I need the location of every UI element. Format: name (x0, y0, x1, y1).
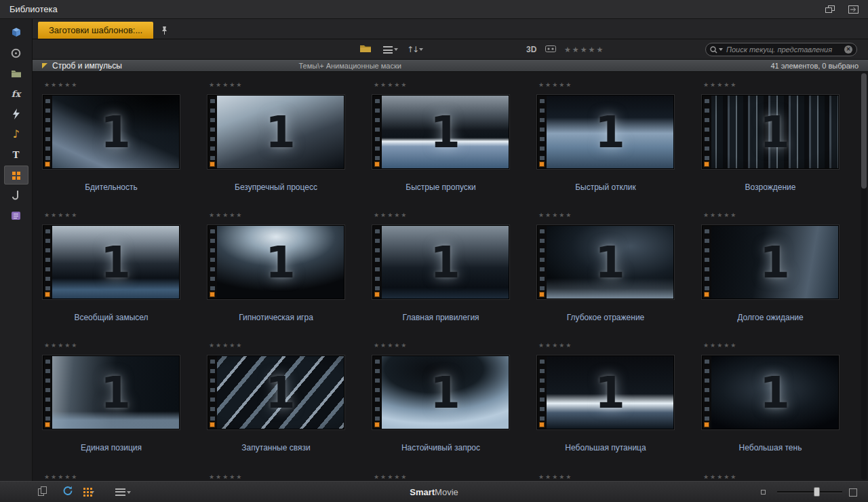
zoom-in-icon[interactable] (849, 488, 857, 497)
detail-view-button[interactable] (383, 46, 398, 54)
filter-3d-button[interactable]: 3D (526, 45, 536, 54)
template-badge-icon (539, 422, 545, 427)
clipboard-button[interactable] (38, 486, 47, 499)
item-thumbnail[interactable]: 1 (208, 355, 344, 429)
item-rating-stars[interactable]: ★★★★★ (209, 212, 344, 220)
sidebar-item-captures[interactable] (4, 43, 28, 62)
item-thumbnail[interactable]: 1 (372, 225, 509, 299)
item-thumbnail[interactable]: 1 (372, 355, 509, 429)
dock-window-button[interactable] (848, 5, 859, 14)
clear-search-icon[interactable]: ✕ (844, 45, 852, 54)
template-item[interactable]: ★★★★★ 1 Гипнотическая игра (208, 212, 344, 342)
tab-label: Заготовки шаблонов:... (49, 25, 142, 35)
restore-icon (825, 5, 835, 14)
zoom-out-icon[interactable] (761, 490, 766, 495)
item-rating-stars[interactable]: ★★★★★ (209, 81, 344, 90)
list-view-button[interactable] (115, 488, 131, 496)
chevron-down-icon (394, 48, 398, 51)
template-item[interactable]: ★★★★★ 1 Единая позиция (43, 342, 180, 472)
tape-filter-button[interactable] (545, 43, 556, 56)
item-rating-stars[interactable]: ★★★★★ (44, 81, 180, 90)
item-thumbnail[interactable]: 1 (537, 225, 674, 299)
item-rating-stars[interactable]: ★★★★★ (374, 212, 509, 220)
item-thumbnail[interactable]: 1 (43, 225, 180, 299)
template-item[interactable]: ★★★★★ 1 Долгое ожидание (702, 212, 839, 342)
item-thumbnail[interactable]: 1 (702, 355, 839, 429)
template-item[interactable]: ★★★★★ 1 Запутанные связи (208, 342, 344, 472)
template-item[interactable]: ★★★★★ 1 Возрождение (702, 81, 839, 212)
item-thumbnail[interactable]: 1 (702, 225, 839, 299)
template-badge-icon (539, 161, 545, 167)
tab-template-presets[interactable]: Заготовки шаблонов:... (38, 22, 153, 39)
item-rating-stars[interactable]: ★★★★★ (703, 474, 839, 481)
smartmovie-button[interactable]: SmartMovie (410, 482, 458, 502)
item-thumbnail[interactable]: 1 (702, 95, 839, 169)
slider-handle[interactable] (814, 487, 820, 497)
item-rating-stars[interactable]: ★★★★★ (538, 342, 674, 350)
item-rating-stars[interactable]: ★★★★★ (374, 342, 509, 350)
template-item[interactable]: ★★★★★ 1 Небольшая путаница (537, 342, 674, 472)
item-rating-stars[interactable]: ★★★★★ (44, 474, 180, 481)
item-rating-stars[interactable]: ★★★★★ (374, 81, 509, 90)
item-rating-stars[interactable]: ★★★★★ (44, 212, 180, 220)
thumbnail-digit: 1 (43, 96, 179, 168)
item-thumbnail[interactable]: 1 (537, 95, 674, 169)
search-input[interactable] (725, 45, 842, 54)
sidebar-item-titles[interactable]: T (4, 145, 28, 164)
section-path: Темы\+ Анимационные маски (298, 62, 401, 70)
template-item[interactable]: ★★★★★ 1 Всеобщий замысел (43, 212, 180, 342)
template-item[interactable]: ★★★★★ 1 Быстрый отклик (537, 81, 674, 212)
item-rating-stars[interactable]: ★★★★★ (538, 81, 674, 90)
thumbnail-size-slider[interactable] (777, 491, 842, 493)
template-item[interactable]: ★★★★★ 1 Главная привилегия (372, 212, 509, 342)
sidebar-item-music[interactable]: ♪ (4, 125, 28, 144)
template-item[interactable]: ★★★★★ 1 Настойчивый запрос (372, 342, 509, 472)
sidebar-item-projects[interactable] (4, 64, 28, 83)
template-item[interactable]: ★★★★★ 1 Бдительность (43, 81, 180, 212)
item-rating-stars[interactable]: ★★★★★ (209, 474, 344, 481)
item-rating-stars[interactable]: ★★★★★ (538, 212, 674, 220)
template-item[interactable]: ★★★★★ 1 Глубокое отражение (537, 212, 674, 342)
section-status: 41 элементов, 0 выбрано (770, 62, 859, 70)
thumbnail-digit: 1 (703, 356, 838, 429)
grid-view-button[interactable] (87, 491, 102, 494)
template-item[interactable]: ★★★★★ 1 Быстрые пропуски (372, 81, 509, 212)
sidebar-item-sound-effects[interactable] (4, 186, 28, 205)
pin-tab-button[interactable] (160, 26, 168, 35)
item-thumbnail[interactable]: 1 (208, 225, 344, 299)
item-rating-stars[interactable]: ★★★★★ (703, 212, 839, 220)
search-scope-button[interactable] (710, 46, 723, 54)
sidebar-item-effects[interactable]: fx (4, 84, 28, 103)
sort-button[interactable]: ↑↓ (407, 45, 423, 54)
open-folder-button[interactable] (359, 43, 372, 56)
item-thumbnail[interactable]: 1 (43, 355, 180, 429)
item-rating-stars[interactable]: ★★★★★ (703, 342, 839, 350)
item-rating-stars[interactable]: ★★★★★ (44, 342, 180, 350)
smartmovie-label-bold: Smart (410, 487, 435, 497)
list-view-icon (115, 488, 125, 496)
scrollbar-thumb[interactable] (861, 73, 867, 189)
sync-button[interactable] (62, 486, 73, 499)
template-item[interactable]: ★★★★★ 1 Безупречный процесс (208, 81, 344, 212)
sidebar-item-bonus[interactable] (4, 206, 28, 225)
item-rating-stars[interactable]: ★★★★★ (209, 342, 344, 350)
item-thumbnail[interactable]: 1 (537, 355, 674, 429)
item-rating-stars[interactable]: ★★★★★ (538, 474, 674, 481)
item-rating-stars[interactable]: ★★★★★ (703, 81, 839, 90)
template-grid-partial-row: ★★★★★★★★★★★★★★★★★★★★★★★★★ (43, 474, 868, 481)
item-thumbnail[interactable]: 1 (372, 95, 509, 169)
collapse-triangle-icon[interactable] (42, 63, 47, 69)
item-rating-stars[interactable]: ★★★★★ (374, 474, 509, 481)
rating-filter-stars[interactable]: ★★★★★ (564, 45, 604, 54)
template-badge-icon (704, 292, 709, 297)
item-thumbnail[interactable]: 1 (208, 95, 344, 169)
sidebar-item-templates[interactable] (4, 166, 28, 185)
item-thumbnail[interactable]: 1 (43, 95, 180, 169)
restore-window-button[interactable] (825, 5, 835, 14)
scrollbar-track[interactable] (861, 73, 867, 480)
thumbnail-digit: 1 (208, 356, 344, 429)
sidebar-item-imports[interactable] (4, 23, 28, 42)
sidebar-item-transitions[interactable] (4, 104, 28, 123)
template-item[interactable]: ★★★★★ 1 Небольшая тень (702, 342, 839, 472)
chevron-down-icon (90, 491, 94, 494)
